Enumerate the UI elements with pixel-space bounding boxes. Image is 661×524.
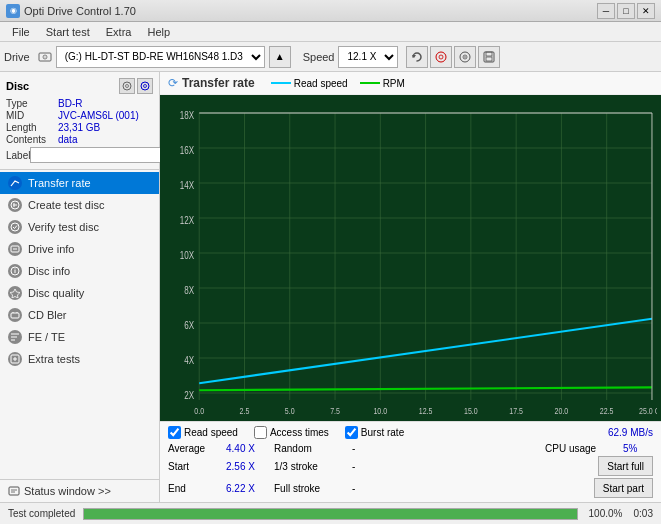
cd-bler-icon [8,308,22,322]
eject-button[interactable]: ▲ [269,46,291,68]
menu-help[interactable]: Help [139,24,178,40]
sidebar-bottom: Status window >> [0,479,159,502]
save-icon[interactable] [478,46,500,68]
stats-rows: Average 4.40 X Random - CPU usage 5% Sta… [168,443,653,498]
speed-label: Speed [303,51,335,63]
svg-point-12 [123,82,131,90]
start-value: 2.56 X [226,461,266,472]
disc-quality-label: Disc quality [28,287,84,299]
menu-file[interactable]: File [4,24,38,40]
checkbox-burst-rate[interactable]: Burst rate [345,426,404,439]
cpu-label: CPU usage [545,443,615,454]
menu-bar: File Start test Extra Help [0,22,661,42]
sidebar-item-verify-test-disc[interactable]: Verify test disc [0,216,159,238]
status-window-label: Status window >> [24,485,111,497]
drive-label: Drive [4,51,30,63]
legend-read-speed: Read speed [271,78,348,89]
extra-tests-label: Extra tests [28,353,80,365]
checkbox-access-times-input[interactable] [254,426,267,439]
chart-legend: Read speed RPM [271,78,405,89]
svg-point-8 [465,56,467,58]
status-window-button[interactable]: Status window >> [0,480,159,502]
status-bar: Test completed 100.0% 0:03 [0,502,661,524]
disc-length-row: Length 23,31 GB [6,122,153,133]
create-test-disc-icon [8,198,22,212]
speed-select[interactable]: 12.1 X [338,46,398,68]
disc-read-icon[interactable] [430,46,452,68]
verify-test-disc-label: Verify test disc [28,221,99,233]
status-text: Test completed [8,508,75,519]
sidebar-item-create-test-disc[interactable]: Create test disc [0,194,159,216]
progress-bar-fill [84,509,576,519]
transfer-rate-label: Transfer rate [28,177,91,189]
svg-text:18X: 18X [180,108,195,121]
stroke-1-3-value: - [352,461,372,472]
avg-label: Average [168,443,218,454]
checkbox-read-speed-input[interactable] [168,426,181,439]
main-layout: Disc Type BD-R MID JVC-AMS6L (001) [0,72,661,502]
refresh-icon[interactable] [406,46,428,68]
svg-text:10X: 10X [180,248,195,261]
progress-bar [83,508,577,520]
start-part-button[interactable]: Start part [594,478,653,498]
svg-text:12.5: 12.5 [419,405,433,416]
svg-point-15 [144,85,147,88]
sidebar-item-disc-info[interactable]: Disc info [0,260,159,282]
svg-text:7.5: 7.5 [330,405,340,416]
elapsed-time: 0:03 [634,508,653,519]
disc-type-label: Type [6,98,58,109]
disc-icon-2[interactable] [137,78,153,94]
start-full-button[interactable]: Start full [598,456,653,476]
sidebar-item-transfer-rate[interactable]: Transfer rate [0,172,159,194]
legend-rpm: RPM [360,78,405,89]
title-bar: ◉ Opti Drive Control 1.70 ─ □ ✕ [0,0,661,22]
sidebar-item-fe-te[interactable]: FE / TE [0,326,159,348]
extra-tests-icon [8,352,22,366]
burst-rate-number: 62.9 MB/s [608,427,653,438]
sidebar: Disc Type BD-R MID JVC-AMS6L (001) [0,72,160,502]
svg-point-2 [44,56,45,57]
svg-rect-24 [9,487,19,495]
disc-mid-value: JVC-AMS6L (001) [58,110,153,121]
start-label: Start [168,461,218,472]
stats-area: Read speed Access times Burst rate 62.9 … [160,421,661,502]
drive-action-icons [406,46,500,68]
svg-point-5 [439,55,443,59]
sidebar-item-drive-info[interactable]: Drive info [0,238,159,260]
checkbox-burst-rate-label: Burst rate [361,427,404,438]
legend-rpm-label: RPM [383,78,405,89]
app-icon: ◉ [6,4,20,18]
chart-icon: ⟳ [168,76,178,90]
checkbox-access-times-label: Access times [270,427,329,438]
menu-start-test[interactable]: Start test [38,24,98,40]
app-title: Opti Drive Control 1.70 [24,5,597,17]
fe-te-label: FE / TE [28,331,65,343]
disc-label-label: Label [6,150,30,161]
svg-rect-11 [486,57,492,61]
add-icon[interactable] [454,46,476,68]
sidebar-item-extra-tests[interactable]: Extra tests [0,348,159,370]
sidebar-item-disc-quality[interactable]: Disc quality [0,282,159,304]
menu-extra[interactable]: Extra [98,24,140,40]
checkbox-access-times[interactable]: Access times [254,426,329,439]
disc-label-input[interactable] [30,147,163,163]
drive-select[interactable]: (G:) HL-DT-ST BD-RE WH16NS48 1.D3 [56,46,265,68]
disc-title: Disc [6,80,29,92]
svg-text:6X: 6X [184,318,194,331]
minimize-button[interactable]: ─ [597,3,615,19]
close-button[interactable]: ✕ [637,3,655,19]
disc-mid-row: MID JVC-AMS6L (001) [6,110,153,121]
sidebar-item-cd-bler[interactable]: CD Bler [0,304,159,326]
legend-read-speed-color [271,82,291,84]
svg-point-13 [126,85,129,88]
checkbox-burst-rate-input[interactable] [345,426,358,439]
disc-icon-1[interactable] [119,78,135,94]
sidebar-nav: Transfer rate Create test disc Verify te… [0,170,159,479]
maximize-button[interactable]: □ [617,3,635,19]
svg-text:16X: 16X [180,143,195,156]
cpu-value: 5% [623,443,653,454]
checkbox-read-speed[interactable]: Read speed [168,426,238,439]
svg-text:17.5: 17.5 [509,405,523,416]
stats-checkboxes: Read speed Access times Burst rate 62.9 … [168,426,653,439]
disc-contents-label: Contents [6,134,58,145]
